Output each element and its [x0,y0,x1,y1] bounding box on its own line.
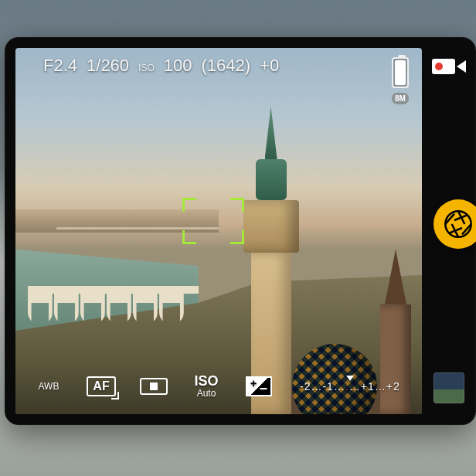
focus-mode-button[interactable]: AF [83,369,119,403]
svg-point-0 [445,211,471,236]
exposure-compensation-button[interactable]: +− [241,369,277,403]
white-balance-label: AWB [39,381,60,392]
gallery-thumbnail[interactable] [434,372,464,403]
iso-label: ISO [138,63,155,73]
iso-mode: Auto [197,389,216,399]
scene-bridge [28,286,199,352]
ev-pointer-icon [346,376,354,381]
aperture-value: F2.4 [43,56,77,76]
battery-level [395,60,406,85]
iso-title: ISO [194,374,218,389]
metering-mode-button[interactable] [136,369,172,403]
record-dot-icon [435,63,443,70]
status-group: 8M [386,57,414,104]
ev-scale-right: …+1…+2 [349,380,400,393]
resolution-badge[interactable]: 8M [392,93,409,104]
exposure-readout: F2.4 1/260 ISO 100 (1642) +0 [43,56,368,76]
ev-offset: +0 [260,56,279,76]
aperture-icon [443,209,474,240]
iso-value: 100 [164,56,192,76]
focus-mode-icon: AF [87,376,115,396]
metering-icon [140,378,168,395]
iso-button[interactable]: ISO Auto [189,369,224,403]
ev-scale[interactable]: -2…-1… . …+1…+2 [300,380,400,393]
ev-scale-left: -2…-1… [300,380,345,393]
video-mode-button[interactable] [432,57,466,76]
screen-area: F2.4 1/260 ISO 100 (1642) +0 8M AWB [15,48,422,414]
bottom-toolbar: AWB AF ISO Auto +− [15,365,422,408]
shutter-speed-value: 1/260 [87,56,129,76]
exposure-compensation-icon: +− [246,376,272,396]
phone-frame: F2.4 1/260 ISO 100 (1642) +0 8M AWB [5,37,476,425]
shots-remaining: (1642) [201,56,250,76]
focus-reticle[interactable] [182,198,244,244]
right-control-strip [422,48,476,414]
white-balance-button[interactable]: AWB [31,369,66,403]
camera-viewfinder[interactable]: F2.4 1/260 ISO 100 (1642) +0 8M AWB [15,48,422,414]
shutter-button[interactable] [434,199,476,249]
battery-icon [392,57,409,88]
